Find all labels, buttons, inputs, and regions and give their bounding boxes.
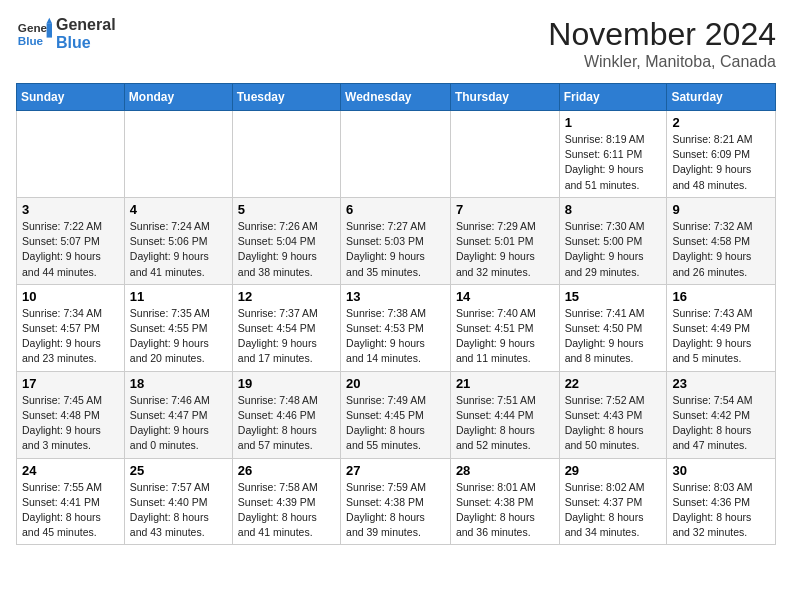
day-number: 3 — [22, 202, 119, 217]
calendar-cell: 30Sunrise: 8:03 AMSunset: 4:36 PMDayligh… — [667, 458, 776, 545]
day-number: 19 — [238, 376, 335, 391]
day-info: Sunrise: 7:49 AMSunset: 4:45 PMDaylight:… — [346, 393, 445, 454]
weekday-header-wednesday: Wednesday — [341, 84, 451, 111]
calendar-cell: 25Sunrise: 7:57 AMSunset: 4:40 PMDayligh… — [124, 458, 232, 545]
day-info: Sunrise: 7:32 AMSunset: 4:58 PMDaylight:… — [672, 219, 770, 280]
day-info: Sunrise: 7:35 AMSunset: 4:55 PMDaylight:… — [130, 306, 227, 367]
svg-marker-2 — [47, 23, 52, 37]
day-info: Sunrise: 7:34 AMSunset: 4:57 PMDaylight:… — [22, 306, 119, 367]
calendar-cell: 15Sunrise: 7:41 AMSunset: 4:50 PMDayligh… — [559, 284, 667, 371]
calendar-week-4: 17Sunrise: 7:45 AMSunset: 4:48 PMDayligh… — [17, 371, 776, 458]
day-info: Sunrise: 7:41 AMSunset: 4:50 PMDaylight:… — [565, 306, 662, 367]
day-info: Sunrise: 8:03 AMSunset: 4:36 PMDaylight:… — [672, 480, 770, 541]
day-number: 13 — [346, 289, 445, 304]
month-title: November 2024 — [548, 16, 776, 53]
logo-general-text: General — [56, 16, 116, 34]
calendar-cell: 10Sunrise: 7:34 AMSunset: 4:57 PMDayligh… — [17, 284, 125, 371]
calendar-cell: 23Sunrise: 7:54 AMSunset: 4:42 PMDayligh… — [667, 371, 776, 458]
day-number: 10 — [22, 289, 119, 304]
calendar-cell: 28Sunrise: 8:01 AMSunset: 4:38 PMDayligh… — [450, 458, 559, 545]
title-area: November 2024 Winkler, Manitoba, Canada — [548, 16, 776, 71]
calendar-cell: 20Sunrise: 7:49 AMSunset: 4:45 PMDayligh… — [341, 371, 451, 458]
calendar-week-1: 1Sunrise: 8:19 AMSunset: 6:11 PMDaylight… — [17, 111, 776, 198]
location-title: Winkler, Manitoba, Canada — [548, 53, 776, 71]
day-info: Sunrise: 7:37 AMSunset: 4:54 PMDaylight:… — [238, 306, 335, 367]
day-info: Sunrise: 7:26 AMSunset: 5:04 PMDaylight:… — [238, 219, 335, 280]
day-info: Sunrise: 8:02 AMSunset: 4:37 PMDaylight:… — [565, 480, 662, 541]
day-number: 1 — [565, 115, 662, 130]
day-info: Sunrise: 7:22 AMSunset: 5:07 PMDaylight:… — [22, 219, 119, 280]
day-info: Sunrise: 7:57 AMSunset: 4:40 PMDaylight:… — [130, 480, 227, 541]
calendar-cell — [17, 111, 125, 198]
calendar-week-5: 24Sunrise: 7:55 AMSunset: 4:41 PMDayligh… — [17, 458, 776, 545]
calendar-cell: 6Sunrise: 7:27 AMSunset: 5:03 PMDaylight… — [341, 197, 451, 284]
logo-blue-text: Blue — [56, 34, 116, 52]
day-number: 29 — [565, 463, 662, 478]
calendar-week-3: 10Sunrise: 7:34 AMSunset: 4:57 PMDayligh… — [17, 284, 776, 371]
day-number: 7 — [456, 202, 554, 217]
day-number: 22 — [565, 376, 662, 391]
calendar-cell: 24Sunrise: 7:55 AMSunset: 4:41 PMDayligh… — [17, 458, 125, 545]
day-number: 8 — [565, 202, 662, 217]
calendar-cell: 21Sunrise: 7:51 AMSunset: 4:44 PMDayligh… — [450, 371, 559, 458]
calendar-cell: 2Sunrise: 8:21 AMSunset: 6:09 PMDaylight… — [667, 111, 776, 198]
day-info: Sunrise: 7:24 AMSunset: 5:06 PMDaylight:… — [130, 219, 227, 280]
day-number: 26 — [238, 463, 335, 478]
weekday-header-friday: Friday — [559, 84, 667, 111]
calendar-cell: 11Sunrise: 7:35 AMSunset: 4:55 PMDayligh… — [124, 284, 232, 371]
weekday-header-sunday: Sunday — [17, 84, 125, 111]
calendar-cell: 5Sunrise: 7:26 AMSunset: 5:04 PMDaylight… — [232, 197, 340, 284]
day-info: Sunrise: 7:29 AMSunset: 5:01 PMDaylight:… — [456, 219, 554, 280]
calendar-cell: 29Sunrise: 8:02 AMSunset: 4:37 PMDayligh… — [559, 458, 667, 545]
svg-text:Blue: Blue — [18, 34, 44, 47]
day-number: 28 — [456, 463, 554, 478]
calendar-header: SundayMondayTuesdayWednesdayThursdayFrid… — [17, 84, 776, 111]
calendar-cell: 9Sunrise: 7:32 AMSunset: 4:58 PMDaylight… — [667, 197, 776, 284]
logo-icon: General Blue — [16, 16, 52, 52]
weekday-header-monday: Monday — [124, 84, 232, 111]
weekday-header-saturday: Saturday — [667, 84, 776, 111]
day-number: 24 — [22, 463, 119, 478]
calendar-cell — [232, 111, 340, 198]
day-info: Sunrise: 7:46 AMSunset: 4:47 PMDaylight:… — [130, 393, 227, 454]
calendar-cell — [341, 111, 451, 198]
day-number: 9 — [672, 202, 770, 217]
weekday-header-tuesday: Tuesday — [232, 84, 340, 111]
weekday-header-row: SundayMondayTuesdayWednesdayThursdayFrid… — [17, 84, 776, 111]
day-number: 27 — [346, 463, 445, 478]
day-info: Sunrise: 8:19 AMSunset: 6:11 PMDaylight:… — [565, 132, 662, 193]
day-number: 15 — [565, 289, 662, 304]
logo: General Blue General Blue — [16, 16, 116, 52]
day-number: 2 — [672, 115, 770, 130]
calendar-cell: 8Sunrise: 7:30 AMSunset: 5:00 PMDaylight… — [559, 197, 667, 284]
weekday-header-thursday: Thursday — [450, 84, 559, 111]
day-info: Sunrise: 7:30 AMSunset: 5:00 PMDaylight:… — [565, 219, 662, 280]
calendar-cell: 27Sunrise: 7:59 AMSunset: 4:38 PMDayligh… — [341, 458, 451, 545]
calendar-cell: 7Sunrise: 7:29 AMSunset: 5:01 PMDaylight… — [450, 197, 559, 284]
day-info: Sunrise: 7:55 AMSunset: 4:41 PMDaylight:… — [22, 480, 119, 541]
calendar-cell: 22Sunrise: 7:52 AMSunset: 4:43 PMDayligh… — [559, 371, 667, 458]
calendar-cell: 3Sunrise: 7:22 AMSunset: 5:07 PMDaylight… — [17, 197, 125, 284]
day-info: Sunrise: 7:51 AMSunset: 4:44 PMDaylight:… — [456, 393, 554, 454]
day-number: 18 — [130, 376, 227, 391]
day-info: Sunrise: 7:54 AMSunset: 4:42 PMDaylight:… — [672, 393, 770, 454]
day-number: 25 — [130, 463, 227, 478]
calendar-week-2: 3Sunrise: 7:22 AMSunset: 5:07 PMDaylight… — [17, 197, 776, 284]
calendar-cell: 12Sunrise: 7:37 AMSunset: 4:54 PMDayligh… — [232, 284, 340, 371]
calendar-cell: 19Sunrise: 7:48 AMSunset: 4:46 PMDayligh… — [232, 371, 340, 458]
day-number: 16 — [672, 289, 770, 304]
day-number: 30 — [672, 463, 770, 478]
day-info: Sunrise: 8:21 AMSunset: 6:09 PMDaylight:… — [672, 132, 770, 193]
calendar-cell: 26Sunrise: 7:58 AMSunset: 4:39 PMDayligh… — [232, 458, 340, 545]
calendar: SundayMondayTuesdayWednesdayThursdayFrid… — [16, 83, 776, 545]
day-info: Sunrise: 7:27 AMSunset: 5:03 PMDaylight:… — [346, 219, 445, 280]
calendar-cell: 13Sunrise: 7:38 AMSunset: 4:53 PMDayligh… — [341, 284, 451, 371]
day-info: Sunrise: 8:01 AMSunset: 4:38 PMDaylight:… — [456, 480, 554, 541]
calendar-cell: 14Sunrise: 7:40 AMSunset: 4:51 PMDayligh… — [450, 284, 559, 371]
day-number: 11 — [130, 289, 227, 304]
day-info: Sunrise: 7:48 AMSunset: 4:46 PMDaylight:… — [238, 393, 335, 454]
day-info: Sunrise: 7:38 AMSunset: 4:53 PMDaylight:… — [346, 306, 445, 367]
calendar-cell — [450, 111, 559, 198]
day-info: Sunrise: 7:40 AMSunset: 4:51 PMDaylight:… — [456, 306, 554, 367]
calendar-cell: 1Sunrise: 8:19 AMSunset: 6:11 PMDaylight… — [559, 111, 667, 198]
